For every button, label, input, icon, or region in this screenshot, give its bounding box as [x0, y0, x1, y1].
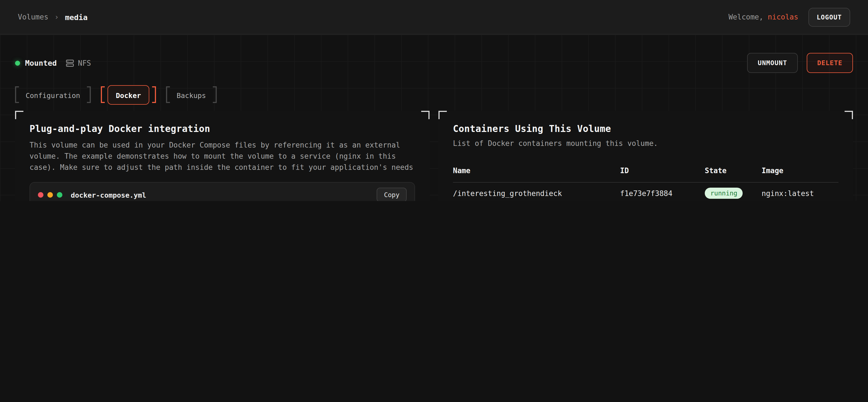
chevron-right-icon: › — [55, 13, 59, 21]
unmount-button[interactable]: UNMOUNT — [747, 53, 798, 73]
panel-title: Containers Using This Volume — [453, 124, 838, 134]
traffic-lights — [38, 192, 62, 198]
panel-subtitle: List of Docker containers mounting this … — [453, 139, 838, 147]
table-row: /interesting_grothendieck f1e73e7f3884 r… — [453, 182, 838, 201]
panel-corner-icon — [845, 111, 853, 119]
state-badge: running — [705, 188, 743, 199]
breadcrumb: Volumes › media — [18, 12, 88, 22]
code-filename: docker-compose.yml — [71, 191, 146, 199]
bracket-right-icon — [213, 86, 216, 103]
traffic-light-green-icon — [57, 192, 62, 198]
column-header-id: ID — [620, 166, 705, 175]
column-header-name: Name — [453, 166, 620, 175]
welcome-prefix: Welcome, — [728, 13, 763, 21]
logout-button[interactable]: LOGOUT — [808, 7, 850, 27]
column-header-state: State — [705, 166, 762, 175]
panel-corner-icon — [421, 111, 430, 119]
containers-table: Name ID State Image /interesting_grothen… — [453, 161, 838, 201]
status-row: Mounted NFS UNMOUNT DELETE — [15, 35, 853, 73]
mounted-status-dot-icon — [15, 60, 20, 65]
top-bar: Volumes › media Welcome, nicolas LOGOUT — [0, 0, 868, 35]
bracket-right-icon — [152, 86, 156, 103]
panels: Plug-and-play Docker integration This vo… — [15, 111, 853, 201]
container-image: nginx:latest — [762, 189, 838, 197]
main-content: Mounted NFS UNMOUNT DELETE Configuration — [0, 35, 868, 201]
tab-label: Docker — [116, 91, 141, 99]
containers-panel: Containers Using This Volume List of Doc… — [438, 111, 853, 201]
breadcrumb-current: media — [65, 12, 88, 22]
driver-label: NFS — [78, 59, 91, 67]
container-id: f1e73e7f3884 — [620, 189, 705, 197]
table-header-row: Name ID State Image — [453, 161, 838, 182]
traffic-light-amber-icon — [48, 192, 53, 198]
compose-code-card: docker-compose.yml Copy services: nginx:… — [30, 182, 415, 201]
bracket-left-icon — [15, 86, 19, 103]
docker-integration-panel: Plug-and-play Docker integration This vo… — [15, 111, 430, 201]
app-window: Volumes › media Welcome, nicolas LOGOUT … — [0, 0, 868, 201]
bracket-right-icon — [87, 86, 91, 103]
tab-backups[interactable]: Backups — [166, 86, 216, 103]
panel-corner-icon — [15, 111, 23, 119]
panel-corner-icon — [438, 111, 447, 119]
panel-description: This volume can be used in your Docker C… — [30, 140, 415, 173]
welcome-text: Welcome, nicolas — [728, 13, 798, 21]
tab-configuration[interactable]: Configuration — [15, 86, 91, 103]
username: nicolas — [768, 13, 798, 21]
tab-label: Configuration — [26, 91, 80, 99]
tab-docker[interactable]: Docker — [101, 85, 156, 104]
topbar-right: Welcome, nicolas LOGOUT — [728, 7, 850, 27]
container-name: /interesting_grothendieck — [453, 189, 620, 197]
tab-bar: Configuration Docker Backups — [15, 85, 853, 104]
panel-title: Plug-and-play Docker integration — [30, 124, 415, 134]
tab-label: Backups — [177, 91, 206, 99]
delete-button[interactable]: DELETE — [807, 53, 853, 73]
breadcrumb-volumes-link[interactable]: Volumes — [18, 13, 49, 21]
server-icon — [66, 59, 74, 67]
code-card-header: docker-compose.yml Copy — [30, 182, 414, 201]
mounted-status-label: Mounted — [25, 59, 57, 67]
bracket-left-icon — [166, 86, 170, 103]
traffic-light-red-icon — [38, 192, 43, 198]
volume-actions: UNMOUNT DELETE — [747, 53, 853, 73]
column-header-image: Image — [762, 166, 838, 175]
copy-compose-button[interactable]: Copy — [377, 188, 407, 201]
bracket-left-icon — [101, 86, 105, 103]
driver-info: NFS — [66, 59, 91, 67]
